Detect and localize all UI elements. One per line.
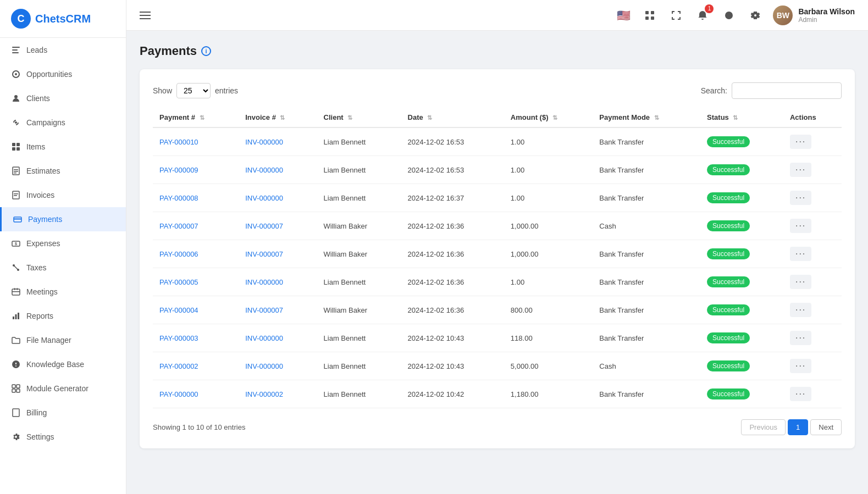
- actions-button-7[interactable]: ···: [790, 331, 811, 345]
- sidebar-item-expenses[interactable]: $ Expenses: [0, 231, 126, 256]
- actions-button-0[interactable]: ···: [790, 135, 811, 149]
- payment-link-4[interactable]: PAY-000006: [159, 250, 198, 258]
- invoice-link-3[interactable]: INV-000007: [245, 222, 283, 230]
- col-invoice[interactable]: Invoice # ⇅: [239, 108, 317, 127]
- sidebar-item-billing[interactable]: Billing: [0, 401, 126, 425]
- sidebar-item-meetings[interactable]: Meetings: [0, 280, 126, 304]
- sidebar-item-settings[interactable]: Settings: [0, 425, 126, 449]
- payment-link-0[interactable]: PAY-000010: [159, 138, 198, 146]
- search-input[interactable]: [732, 82, 842, 99]
- sort-icon-payment: ⇅: [200, 114, 204, 121]
- notifications-button[interactable]: 1: [694, 7, 711, 24]
- sidebar-item-invoices[interactable]: Invoices: [0, 183, 126, 207]
- col-mode[interactable]: Payment Mode ⇅: [593, 108, 700, 127]
- sidebar-item-reports[interactable]: Reports: [0, 304, 126, 328]
- sidebar-item-modulegenerator[interactable]: Module Generator: [0, 376, 126, 401]
- table-header-row: Payment # ⇅ Invoice # ⇅ Client ⇅ Date ⇅ …: [153, 108, 842, 127]
- avatar-image: BW: [773, 5, 793, 25]
- payment-link-1[interactable]: PAY-000009: [159, 166, 198, 174]
- table-row: PAY-000002 INV-000000 Liam Bennett 2024-…: [153, 352, 842, 380]
- col-status[interactable]: Status ⇅: [700, 108, 783, 127]
- previous-button[interactable]: Previous: [741, 419, 786, 435]
- cell-invoice-6: INV-000007: [239, 296, 317, 324]
- sidebar-item-taxes[interactable]: Taxes: [0, 256, 126, 280]
- cell-status-9: Successful: [700, 380, 783, 408]
- invoice-link-8[interactable]: INV-000000: [245, 362, 283, 370]
- table-controls: Show 25 10 50 100 entries Search:: [153, 82, 842, 99]
- actions-button-6[interactable]: ···: [790, 303, 811, 317]
- sidebar-item-clients[interactable]: Clients: [0, 86, 126, 110]
- invoice-link-1[interactable]: INV-000000: [245, 166, 283, 174]
- sidebar-item-knowledgebase[interactable]: Knowledge Base: [0, 352, 126, 376]
- apps-grid-icon[interactable]: [641, 7, 659, 24]
- actions-button-2[interactable]: ···: [790, 191, 811, 205]
- col-amount[interactable]: Amount ($) ⇅: [504, 108, 593, 127]
- svg-rect-28: [14, 288, 15, 290]
- sort-icon-client: ⇅: [347, 114, 352, 121]
- cell-actions-4: ···: [783, 240, 842, 268]
- hamburger-button[interactable]: [140, 12, 151, 19]
- cell-invoice-7: INV-000000: [239, 324, 317, 352]
- sidebar-item-campaigns[interactable]: Campaigns: [0, 110, 126, 135]
- cell-client-3: William Baker: [317, 212, 401, 240]
- svg-point-7: [14, 95, 18, 98]
- invoice-link-7[interactable]: INV-000000: [245, 334, 283, 342]
- user-profile[interactable]: BW Barbara Wilson Admin: [773, 5, 855, 25]
- sidebar-item-opportunities[interactable]: Opportunities: [0, 62, 126, 86]
- cell-date-4: 2024-12-02 16:36: [401, 240, 504, 268]
- invoice-link-6[interactable]: INV-000007: [245, 306, 283, 314]
- gear-icon[interactable]: [747, 7, 764, 24]
- leads-icon: [11, 45, 21, 55]
- invoice-link-9[interactable]: INV-000002: [245, 390, 283, 398]
- actions-button-3[interactable]: ···: [790, 219, 811, 233]
- invoice-link-4[interactable]: INV-000007: [245, 250, 283, 258]
- col-client[interactable]: Client ⇅: [317, 108, 401, 127]
- payment-link-2[interactable]: PAY-000008: [159, 194, 198, 202]
- sidebar-item-filemanager[interactable]: File Manager: [0, 328, 126, 352]
- invoice-link-2[interactable]: INV-000000: [245, 194, 283, 202]
- actions-button-1[interactable]: ···: [790, 163, 811, 177]
- status-badge-2: Successful: [707, 192, 750, 203]
- cell-amount-2: 1.00: [504, 184, 593, 212]
- payment-link-8[interactable]: PAY-000002: [159, 362, 198, 370]
- actions-button-4[interactable]: ···: [790, 247, 811, 261]
- page-1-button[interactable]: 1: [788, 419, 808, 435]
- payment-link-9[interactable]: PAY-000000: [159, 390, 198, 398]
- invoice-link-5[interactable]: INV-000000: [245, 278, 283, 286]
- actions-button-5[interactable]: ···: [790, 275, 811, 289]
- svg-point-6: [15, 73, 17, 75]
- payment-link-5[interactable]: PAY-000005: [159, 278, 198, 286]
- cell-payment-7: PAY-000003: [153, 324, 239, 352]
- actions-button-9[interactable]: ···: [790, 387, 811, 401]
- cell-invoice-1: INV-000000: [239, 156, 317, 184]
- cell-mode-8: Cash: [593, 352, 700, 380]
- info-icon[interactable]: i: [201, 46, 211, 56]
- next-button[interactable]: Next: [810, 419, 842, 435]
- sidebar-item-payments[interactable]: Payments: [0, 207, 126, 231]
- entries-select[interactable]: 25 10 50 100: [176, 83, 211, 98]
- settings-icon: [11, 432, 21, 442]
- cell-actions-8: ···: [783, 352, 842, 380]
- cell-amount-3: 1,000.00: [504, 212, 593, 240]
- payment-link-7[interactable]: PAY-000003: [159, 334, 198, 342]
- invoice-link-0[interactable]: INV-000000: [245, 138, 283, 146]
- svg-rect-34: [12, 385, 15, 388]
- sidebar-item-leads[interactable]: Leads: [0, 38, 126, 62]
- col-payment[interactable]: Payment # ⇅: [153, 108, 239, 127]
- cell-client-8: Liam Bennett: [317, 352, 401, 380]
- payment-link-6[interactable]: PAY-000004: [159, 306, 198, 314]
- language-flag[interactable]: 🇺🇸: [615, 7, 632, 24]
- cell-date-3: 2024-12-02 16:36: [401, 212, 504, 240]
- fullscreen-icon[interactable]: [667, 7, 685, 24]
- sidebar-item-estimates[interactable]: Estimates: [0, 159, 126, 183]
- cell-actions-2: ···: [783, 184, 842, 212]
- sidebar-item-items[interactable]: Items: [0, 135, 126, 159]
- actions-button-8[interactable]: ···: [790, 359, 811, 373]
- col-date[interactable]: Date ⇅: [401, 108, 504, 127]
- darkmode-icon[interactable]: [720, 7, 738, 24]
- cell-mode-1: Bank Transfer: [593, 156, 700, 184]
- cell-status-5: Successful: [700, 268, 783, 296]
- payments-icon: [13, 214, 23, 224]
- payment-link-3[interactable]: PAY-000007: [159, 222, 198, 230]
- cell-mode-5: Bank Transfer: [593, 268, 700, 296]
